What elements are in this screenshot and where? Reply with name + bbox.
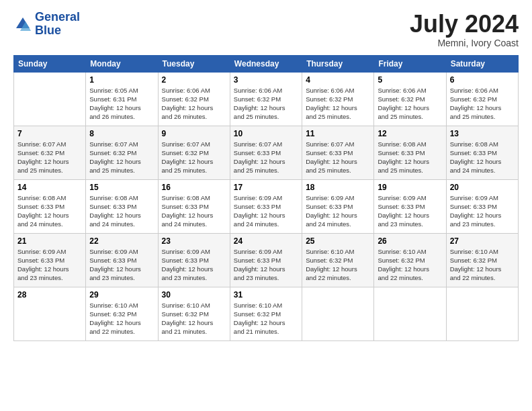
table-cell: 19Sunrise: 6:09 AMSunset: 6:33 PMDayligh… [374,179,446,233]
day-number: 9 [162,129,226,138]
col-thursday: Thursday [302,55,374,72]
day-number: 22 [89,236,154,246]
day-info: Sunrise: 6:09 AMSunset: 6:33 PMDaylight:… [234,193,298,229]
table-cell: 30Sunrise: 6:10 AMSunset: 6:32 PMDayligh… [158,287,230,340]
day-number: 2 [162,75,226,85]
day-number: 15 [89,183,154,192]
day-number: 6 [450,75,515,85]
table-cell: 7Sunrise: 6:07 AMSunset: 6:32 PMDaylight… [14,126,86,179]
table-cell: 12Sunrise: 6:08 AMSunset: 6:33 PMDayligh… [374,126,446,179]
table-cell: 31Sunrise: 6:10 AMSunset: 6:32 PMDayligh… [230,287,302,340]
table-cell: 3Sunrise: 6:06 AMSunset: 6:32 PMDaylight… [230,72,302,126]
day-number: 26 [378,236,442,246]
table-cell: 10Sunrise: 6:07 AMSunset: 6:33 PMDayligh… [230,126,302,179]
day-info: Sunrise: 6:10 AMSunset: 6:32 PMDaylight:… [378,247,442,283]
table-cell: 2Sunrise: 6:06 AMSunset: 6:32 PMDaylight… [158,72,230,126]
day-info: Sunrise: 6:07 AMSunset: 6:32 PMDaylight:… [89,140,154,175]
day-info: Sunrise: 6:08 AMSunset: 6:33 PMDaylight:… [89,193,154,229]
table-cell: 15Sunrise: 6:08 AMSunset: 6:33 PMDayligh… [86,179,158,233]
day-number: 25 [306,236,370,246]
day-number: 31 [234,290,298,300]
table-cell: 24Sunrise: 6:09 AMSunset: 6:33 PMDayligh… [230,233,302,287]
day-info: Sunrise: 6:07 AMSunset: 6:32 PMDaylight:… [162,140,226,175]
table-cell: 6Sunrise: 6:06 AMSunset: 6:32 PMDaylight… [446,72,518,126]
day-number: 29 [89,290,154,300]
day-info: Sunrise: 6:06 AMSunset: 6:32 PMDaylight:… [162,86,226,122]
day-number: 18 [306,183,370,192]
month-year: July 2024 [410,11,519,38]
col-wednesday: Wednesday [230,55,302,72]
day-info: Sunrise: 6:09 AMSunset: 6:33 PMDaylight:… [162,247,226,283]
col-saturday: Saturday [446,55,518,72]
col-friday: Friday [374,55,446,72]
table-cell [446,287,518,340]
day-number: 20 [450,183,515,192]
day-info: Sunrise: 6:06 AMSunset: 6:32 PMDaylight:… [378,86,442,122]
day-info: Sunrise: 6:06 AMSunset: 6:32 PMDaylight:… [306,86,370,122]
day-number: 11 [306,129,370,138]
day-info: Sunrise: 6:09 AMSunset: 6:33 PMDaylight:… [450,193,515,229]
table-cell: 4Sunrise: 6:06 AMSunset: 6:32 PMDaylight… [302,72,374,126]
day-info: Sunrise: 6:07 AMSunset: 6:32 PMDaylight:… [17,140,82,175]
table-cell: 17Sunrise: 6:09 AMSunset: 6:33 PMDayligh… [230,179,302,233]
day-info: Sunrise: 6:10 AMSunset: 6:32 PMDaylight:… [306,247,370,283]
day-number: 24 [234,236,298,246]
logo-line1: General [35,11,80,24]
table-cell: 29Sunrise: 6:10 AMSunset: 6:32 PMDayligh… [86,287,158,340]
day-info: Sunrise: 6:08 AMSunset: 6:33 PMDaylight:… [450,140,515,175]
table-cell: 21Sunrise: 6:09 AMSunset: 6:33 PMDayligh… [14,233,86,287]
table-cell: 25Sunrise: 6:10 AMSunset: 6:32 PMDayligh… [302,233,374,287]
table-cell: 16Sunrise: 6:08 AMSunset: 6:33 PMDayligh… [158,179,230,233]
header: General Blue July 2024 Memni, Ivory Coas… [13,11,519,48]
table-cell: 22Sunrise: 6:09 AMSunset: 6:33 PMDayligh… [86,233,158,287]
table-cell: 1Sunrise: 6:05 AMSunset: 6:31 PMDaylight… [86,72,158,126]
day-number: 3 [234,75,298,85]
table-cell: 18Sunrise: 6:09 AMSunset: 6:33 PMDayligh… [302,179,374,233]
day-info: Sunrise: 6:08 AMSunset: 6:33 PMDaylight:… [17,193,82,229]
day-number: 21 [17,236,82,246]
day-info: Sunrise: 6:09 AMSunset: 6:33 PMDaylight:… [234,247,298,283]
table-cell [302,287,374,340]
day-info: Sunrise: 6:09 AMSunset: 6:33 PMDaylight:… [306,193,370,229]
table-cell: 14Sunrise: 6:08 AMSunset: 6:33 PMDayligh… [14,179,86,233]
day-number: 12 [378,129,442,138]
day-info: Sunrise: 6:08 AMSunset: 6:33 PMDaylight:… [378,140,442,175]
day-number: 8 [89,129,154,138]
day-number: 23 [162,236,226,246]
table-cell [14,72,86,126]
col-sunday: Sunday [14,55,86,72]
day-number: 16 [162,183,226,192]
table-cell: 23Sunrise: 6:09 AMSunset: 6:33 PMDayligh… [158,233,230,287]
header-row: Sunday Monday Tuesday Wednesday Thursday… [14,55,519,72]
table-row: 14Sunrise: 6:08 AMSunset: 6:33 PMDayligh… [14,179,519,233]
table-cell: 9Sunrise: 6:07 AMSunset: 6:32 PMDaylight… [158,126,230,179]
table-row: 7Sunrise: 6:07 AMSunset: 6:32 PMDaylight… [14,126,519,179]
logo-line2: Blue [35,24,80,38]
day-number: 5 [378,75,442,85]
col-monday: Monday [86,55,158,72]
title-block: July 2024 Memni, Ivory Coast [410,11,519,48]
day-number: 13 [450,129,515,138]
day-number: 19 [378,183,442,192]
day-number: 14 [17,183,82,192]
table-cell: 8Sunrise: 6:07 AMSunset: 6:32 PMDaylight… [86,126,158,179]
location: Memni, Ivory Coast [410,38,519,48]
day-number: 4 [306,75,370,85]
table-cell: 27Sunrise: 6:10 AMSunset: 6:32 PMDayligh… [446,233,518,287]
table-cell: 5Sunrise: 6:06 AMSunset: 6:32 PMDaylight… [374,72,446,126]
day-info: Sunrise: 6:09 AMSunset: 6:33 PMDaylight:… [17,247,82,283]
day-number: 28 [17,290,82,300]
day-info: Sunrise: 6:07 AMSunset: 6:33 PMDaylight:… [234,140,298,175]
day-info: Sunrise: 6:09 AMSunset: 6:33 PMDaylight:… [89,247,154,283]
table-row: 2829Sunrise: 6:10 AMSunset: 6:32 PMDayli… [14,287,519,340]
day-info: Sunrise: 6:10 AMSunset: 6:32 PMDaylight:… [162,301,226,336]
table-cell [374,287,446,340]
day-info: Sunrise: 6:10 AMSunset: 6:32 PMDaylight:… [234,301,298,336]
table-cell: 11Sunrise: 6:07 AMSunset: 6:33 PMDayligh… [302,126,374,179]
day-info: Sunrise: 6:06 AMSunset: 6:32 PMDaylight:… [234,86,298,122]
logo-icon [13,15,32,34]
day-info: Sunrise: 6:09 AMSunset: 6:33 PMDaylight:… [378,193,442,229]
day-number: 27 [450,236,515,246]
day-info: Sunrise: 6:10 AMSunset: 6:32 PMDaylight:… [450,247,515,283]
table-row: 1Sunrise: 6:05 AMSunset: 6:31 PMDaylight… [14,72,519,126]
